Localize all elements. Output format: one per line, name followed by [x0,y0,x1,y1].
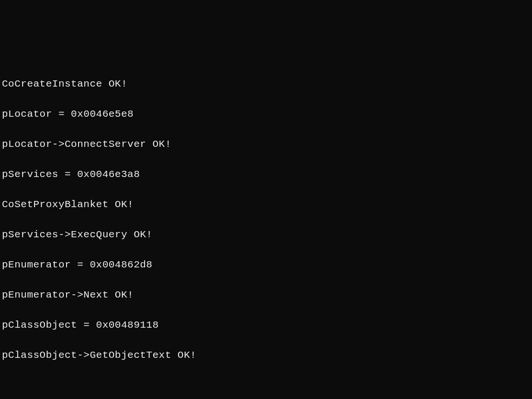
output-line: pLocator = 0x0046e5e8 [2,107,530,122]
terminal-output: CoCreateInstance OK! pLocator = 0x0046e5… [0,60,532,399]
output-line: pLocator->ConnectServer OK! [2,137,530,152]
output-line: pClassObject = 0x00489118 [2,318,530,333]
output-line: pEnumerator->Next OK! [2,288,530,303]
output-line: CoCreateInstance OK! [2,77,530,92]
output-line: CoSetProxyBlanket OK! [2,197,530,212]
output-line: pClassObject->GetObjectText OK! [2,348,530,363]
output-line: pServices->ExecQuery OK! [2,227,530,243]
output-line: pEnumerator = 0x004862d8 [2,257,530,273]
output-line: pServices = 0x0046e3a8 [2,167,530,182]
blank-line [2,378,530,393]
